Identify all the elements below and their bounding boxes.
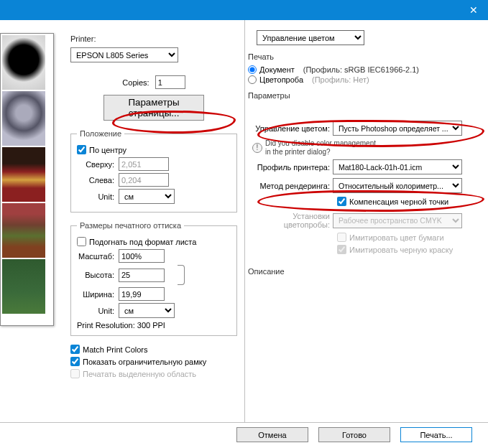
dialog-body: Printer: EPSON L805 Series Copies: Парам… [0,20,488,422]
position-unit-label: Unit: [77,192,114,201]
black-point-checkbox[interactable]: Компенсация черной точки [337,197,477,206]
copies-input[interactable] [155,75,185,89]
proof-radio-label: Цветопроба [259,75,303,84]
left-panel: Printer: EPSON L805 Series Copies: Парам… [57,20,244,422]
height-input[interactable] [119,269,165,282]
size-unit-select[interactable]: см [119,303,175,318]
button-bar: Отмена Готово Печать... [0,422,488,447]
preview-thumb [2,91,45,146]
scale-input[interactable] [119,249,165,263]
sim-black-checkbox-input [337,245,346,254]
center-checkbox[interactable]: По центру [77,145,231,154]
page-setup-button[interactable]: Параметры страницы... [103,95,204,121]
description-heading: Описание [248,267,477,276]
position-group: Положение По центру Сверху: Слева: Unit:… [70,129,237,213]
top-input [119,157,169,171]
position-unit-select[interactable]: см [119,189,175,204]
print-resolution-label: Print Resolution: 300 PPI [77,321,231,330]
warning-icon: ! [252,143,262,153]
link-dimensions-icon[interactable] [178,265,185,285]
render-intent-select[interactable]: Относительный колориметр... [333,178,462,193]
document-radio-label: Документ [259,65,295,74]
cancel-button[interactable]: Отмена [236,427,308,442]
match-colors-checkbox-input[interactable] [70,345,80,354]
preview-thumb [2,259,45,314]
black-point-checkbox-input[interactable] [337,197,346,206]
sim-paper-checkbox-input [337,233,346,242]
fit-media-checkbox[interactable]: Подогнать под формат листа [77,237,231,246]
bounding-box-checkbox-input[interactable] [70,357,80,366]
width-input[interactable] [119,287,165,301]
left-offset-label: Слева: [77,176,114,185]
preview-thumb [2,147,45,202]
center-checkbox-input[interactable] [77,145,86,154]
scale-label: Масштаб: [77,252,114,261]
document-profile-text: (Профиль: sRGB IEC61966-2.1) [303,65,419,74]
size-unit-label: Unit: [77,307,114,315]
top-label: Сверху: [77,160,114,169]
proof-profile-text: (Профиль: Нет) [312,75,369,84]
printer-profile-label: Профиль принтера: [248,163,333,172]
preview-thumb [2,203,45,258]
printer-profile-select[interactable]: Mat180-Lack-01h-01.icm [333,159,462,174]
copies-label: Copies: [122,78,149,87]
bounding-box-checkbox[interactable]: Показать ограничительную рамку [70,357,237,366]
print-section-heading: Печать [248,52,477,61]
print-selection-checkbox-input [70,369,80,378]
fit-media-checkbox-input[interactable] [77,237,86,246]
preview-column [0,20,57,422]
color-handling-label: Управление цветом: [248,124,333,133]
position-legend: Положение [77,129,124,138]
proof-setup-select: Рабочее пространство CMYK [333,213,462,228]
preview-thumb [2,35,45,90]
document-radio[interactable] [248,65,257,74]
proof-radio[interactable] [248,75,257,84]
printer-select[interactable]: EPSON L805 Series [70,47,178,62]
print-size-group: Размеры печатного оттиска Подогнать под … [70,221,237,336]
left-offset-input [119,173,169,187]
close-icon: ✕ [469,4,478,16]
warning-text: Did you disable color management in the … [265,139,376,156]
right-panel: Управление цветом Печать Документ (Профи… [244,20,485,422]
sim-black-checkbox: Имитировать черную краску [337,245,477,254]
done-button[interactable]: Готово [318,427,390,442]
print-button[interactable]: Печать... [400,427,472,442]
params-section-heading: Параметры [248,91,477,100]
print-preview [0,33,54,326]
section-select[interactable]: Управление цветом [257,30,364,45]
width-label: Ширина: [77,290,114,299]
printer-label: Printer: [70,34,237,43]
print-size-legend: Размеры печатного оттиска [77,221,184,230]
sim-paper-checkbox: Имитировать цвет бумаги [337,233,477,242]
render-intent-label: Метод рендеринга: [248,182,333,190]
title-bar: ✕ [0,0,488,20]
close-button[interactable]: ✕ [459,0,488,20]
color-handling-select[interactable]: Пусть Photoshop определяет ... [333,121,462,136]
proof-setup-label: Установки цветопробы: [248,212,333,229]
height-label: Высота: [77,271,114,279]
match-colors-checkbox[interactable]: Match Print Colors [70,345,237,354]
print-selection-checkbox: Печатать выделенную область [70,369,237,378]
